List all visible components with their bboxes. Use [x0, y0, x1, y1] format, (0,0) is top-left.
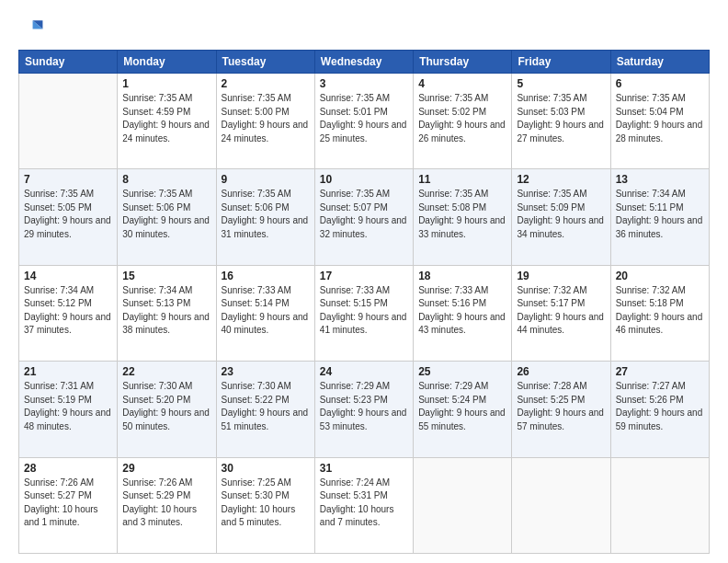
day-cell: 31 Sunrise: 7:24 AM Sunset: 5:31 PM Dayl… — [314, 457, 413, 553]
logo-icon — [18, 15, 44, 40]
day-cell: 7 Sunrise: 7:35 AM Sunset: 5:05 PM Dayli… — [19, 169, 118, 265]
day-cell — [512, 457, 610, 553]
day-cell: 28 Sunrise: 7:26 AM Sunset: 5:27 PM Dayl… — [19, 457, 118, 553]
day-detail: Sunrise: 7:32 AM Sunset: 5:17 PM Dayligh… — [517, 284, 605, 338]
col-header-sunday: Sunday — [19, 51, 118, 74]
day-detail: Sunrise: 7:33 AM Sunset: 5:16 PM Dayligh… — [418, 284, 506, 338]
day-number: 9 — [222, 173, 310, 186]
day-number: 14 — [24, 270, 112, 282]
col-header-wednesday: Wednesday — [314, 51, 413, 74]
day-cell: 8 Sunrise: 7:35 AM Sunset: 5:06 PM Dayli… — [118, 169, 216, 265]
day-detail: Sunrise: 7:34 AM Sunset: 5:13 PM Dayligh… — [122, 284, 210, 338]
header — [18, 15, 710, 40]
day-number: 13 — [616, 173, 704, 186]
day-detail: Sunrise: 7:35 AM Sunset: 5:02 PM Dayligh… — [418, 92, 506, 145]
day-detail: Sunrise: 7:35 AM Sunset: 5:06 PM Dayligh… — [122, 188, 210, 241]
day-number: 16 — [222, 270, 310, 282]
day-detail: Sunrise: 7:26 AM Sunset: 5:27 PM Dayligh… — [24, 477, 112, 530]
day-cell: 30 Sunrise: 7:25 AM Sunset: 5:30 PM Dayl… — [216, 457, 314, 553]
day-number: 31 — [320, 462, 408, 475]
day-cell: 20 Sunrise: 7:32 AM Sunset: 5:18 PM Dayl… — [610, 265, 709, 361]
day-number: 23 — [222, 365, 310, 378]
day-cell: 21 Sunrise: 7:31 AM Sunset: 5:19 PM Dayl… — [19, 362, 118, 457]
day-cell: 18 Sunrise: 7:33 AM Sunset: 5:16 PM Dayl… — [414, 265, 512, 361]
day-cell — [19, 74, 118, 169]
day-detail: Sunrise: 7:30 AM Sunset: 5:20 PM Dayligh… — [122, 380, 210, 433]
day-cell: 2 Sunrise: 7:35 AM Sunset: 5:00 PM Dayli… — [216, 74, 314, 169]
col-header-friday: Friday — [512, 51, 610, 74]
day-cell: 9 Sunrise: 7:35 AM Sunset: 5:06 PM Dayli… — [216, 169, 314, 265]
day-number: 25 — [418, 365, 506, 378]
day-detail: Sunrise: 7:29 AM Sunset: 5:24 PM Dayligh… — [418, 380, 506, 433]
day-detail: Sunrise: 7:35 AM Sunset: 5:04 PM Dayligh… — [616, 92, 704, 145]
day-cell: 17 Sunrise: 7:33 AM Sunset: 5:15 PM Dayl… — [314, 265, 413, 361]
day-cell: 5 Sunrise: 7:35 AM Sunset: 5:03 PM Dayli… — [512, 74, 610, 169]
day-detail: Sunrise: 7:33 AM Sunset: 5:14 PM Dayligh… — [222, 284, 310, 338]
day-detail: Sunrise: 7:29 AM Sunset: 5:23 PM Dayligh… — [320, 380, 408, 433]
day-detail: Sunrise: 7:35 AM Sunset: 5:09 PM Dayligh… — [517, 188, 605, 241]
week-row-3: 14 Sunrise: 7:34 AM Sunset: 5:12 PM Dayl… — [19, 265, 710, 361]
day-detail: Sunrise: 7:34 AM Sunset: 5:12 PM Dayligh… — [24, 284, 112, 338]
logo — [18, 15, 48, 40]
day-number: 29 — [122, 462, 210, 475]
day-cell: 15 Sunrise: 7:34 AM Sunset: 5:13 PM Dayl… — [118, 265, 216, 361]
day-detail: Sunrise: 7:35 AM Sunset: 5:08 PM Dayligh… — [418, 188, 506, 241]
day-number: 26 — [517, 365, 605, 378]
day-cell: 14 Sunrise: 7:34 AM Sunset: 5:12 PM Dayl… — [19, 265, 118, 361]
day-detail: Sunrise: 7:33 AM Sunset: 5:15 PM Dayligh… — [320, 284, 408, 338]
day-number: 3 — [320, 77, 408, 90]
day-number: 5 — [517, 77, 605, 90]
day-cell: 11 Sunrise: 7:35 AM Sunset: 5:08 PM Dayl… — [414, 169, 512, 265]
day-number: 30 — [222, 462, 310, 475]
day-number: 6 — [616, 77, 704, 90]
day-cell: 27 Sunrise: 7:27 AM Sunset: 5:26 PM Dayl… — [610, 362, 709, 457]
day-cell: 12 Sunrise: 7:35 AM Sunset: 5:09 PM Dayl… — [512, 169, 610, 265]
day-detail: Sunrise: 7:31 AM Sunset: 5:19 PM Dayligh… — [24, 380, 112, 433]
day-number: 20 — [616, 270, 704, 282]
day-detail: Sunrise: 7:28 AM Sunset: 5:25 PM Dayligh… — [517, 380, 605, 433]
day-cell: 23 Sunrise: 7:30 AM Sunset: 5:22 PM Dayl… — [216, 362, 314, 457]
day-cell: 13 Sunrise: 7:34 AM Sunset: 5:11 PM Dayl… — [610, 169, 709, 265]
col-header-tuesday: Tuesday — [216, 51, 314, 74]
week-row-4: 21 Sunrise: 7:31 AM Sunset: 5:19 PM Dayl… — [19, 362, 710, 457]
day-detail: Sunrise: 7:35 AM Sunset: 4:59 PM Dayligh… — [122, 92, 210, 145]
day-number: 10 — [320, 173, 408, 186]
day-detail: Sunrise: 7:35 AM Sunset: 5:06 PM Dayligh… — [222, 188, 310, 241]
day-number: 19 — [517, 270, 605, 282]
week-row-1: 1 Sunrise: 7:35 AM Sunset: 4:59 PM Dayli… — [19, 74, 710, 169]
day-number: 15 — [122, 270, 210, 282]
day-number: 4 — [418, 77, 506, 90]
day-cell: 22 Sunrise: 7:30 AM Sunset: 5:20 PM Dayl… — [118, 362, 216, 457]
day-cell: 26 Sunrise: 7:28 AM Sunset: 5:25 PM Dayl… — [512, 362, 610, 457]
day-number: 1 — [122, 77, 210, 90]
col-header-monday: Monday — [118, 51, 216, 74]
day-detail: Sunrise: 7:35 AM Sunset: 5:00 PM Dayligh… — [222, 92, 310, 145]
day-number: 21 — [24, 365, 112, 378]
day-cell: 6 Sunrise: 7:35 AM Sunset: 5:04 PM Dayli… — [610, 74, 709, 169]
day-cell: 25 Sunrise: 7:29 AM Sunset: 5:24 PM Dayl… — [414, 362, 512, 457]
day-number: 17 — [320, 270, 408, 282]
day-detail: Sunrise: 7:27 AM Sunset: 5:26 PM Dayligh… — [616, 380, 704, 433]
day-number: 28 — [24, 462, 112, 475]
day-number: 22 — [122, 365, 210, 378]
day-number: 8 — [122, 173, 210, 186]
week-row-5: 28 Sunrise: 7:26 AM Sunset: 5:27 PM Dayl… — [19, 457, 710, 553]
calendar-page: SundayMondayTuesdayWednesdayThursdayFrid… — [0, 0, 728, 563]
day-cell: 3 Sunrise: 7:35 AM Sunset: 5:01 PM Dayli… — [314, 74, 413, 169]
day-cell — [414, 457, 512, 553]
calendar-header-row: SundayMondayTuesdayWednesdayThursdayFrid… — [19, 51, 710, 74]
day-detail: Sunrise: 7:35 AM Sunset: 5:07 PM Dayligh… — [320, 188, 408, 241]
day-cell: 24 Sunrise: 7:29 AM Sunset: 5:23 PM Dayl… — [314, 362, 413, 457]
day-number: 12 — [517, 173, 605, 186]
day-cell: 16 Sunrise: 7:33 AM Sunset: 5:14 PM Dayl… — [216, 265, 314, 361]
day-number: 24 — [320, 365, 408, 378]
day-detail: Sunrise: 7:35 AM Sunset: 5:05 PM Dayligh… — [24, 188, 112, 241]
week-row-2: 7 Sunrise: 7:35 AM Sunset: 5:05 PM Dayli… — [19, 169, 710, 265]
day-detail: Sunrise: 7:24 AM Sunset: 5:31 PM Dayligh… — [320, 477, 408, 530]
day-cell: 4 Sunrise: 7:35 AM Sunset: 5:02 PM Dayli… — [414, 74, 512, 169]
calendar-table: SundayMondayTuesdayWednesdayThursdayFrid… — [18, 50, 710, 554]
day-number: 2 — [222, 77, 310, 90]
day-cell: 1 Sunrise: 7:35 AM Sunset: 4:59 PM Dayli… — [118, 74, 216, 169]
day-detail: Sunrise: 7:26 AM Sunset: 5:29 PM Dayligh… — [122, 477, 210, 530]
day-cell — [610, 457, 709, 553]
